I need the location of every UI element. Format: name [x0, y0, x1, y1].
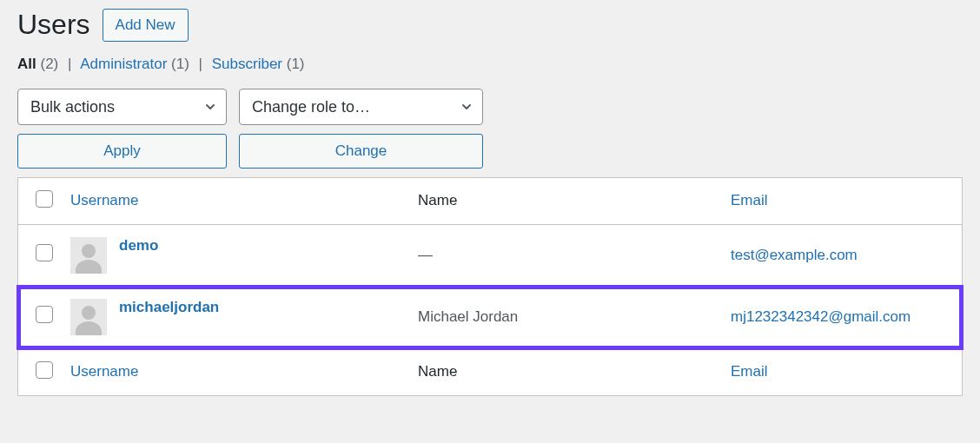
row-checkbox[interactable]	[36, 244, 53, 261]
email-link[interactable]: test@example.com	[731, 247, 858, 263]
separator: |	[68, 56, 71, 72]
filter-subscriber-count: (1)	[287, 56, 305, 72]
change-button[interactable]: Change	[239, 134, 483, 169]
table-row: michaeljordanMichael Jordanmj1232342342@…	[18, 287, 962, 348]
filter-subscriber[interactable]: Subscriber (1)	[212, 56, 305, 72]
filter-all-count: (2)	[40, 56, 58, 72]
email-cell: mj1232342342@gmail.com	[731, 287, 962, 348]
email-cell: test@example.com	[731, 225, 962, 287]
col-header-name: Name	[418, 178, 731, 225]
col-header-username[interactable]: Username	[70, 178, 418, 225]
col-header-email[interactable]: Email	[731, 178, 962, 225]
username-cell: demo	[70, 225, 418, 287]
filter-administrator-count: (1)	[171, 56, 189, 72]
email-link[interactable]: mj1232342342@gmail.com	[731, 308, 910, 325]
add-new-button[interactable]: Add New	[103, 9, 189, 42]
users-table: Username Name Email demo—test@example.co…	[17, 177, 963, 396]
row-checkbox[interactable]	[36, 306, 53, 323]
filter-administrator[interactable]: Administrator (1)	[80, 56, 193, 72]
avatar	[70, 299, 107, 335]
name-cell: Michael Jordan	[418, 287, 731, 348]
bulk-actions-select[interactable]: Bulk actions	[17, 89, 227, 125]
select-all-checkbox-bottom[interactable]	[36, 361, 53, 379]
select-all-checkbox-top[interactable]	[36, 190, 53, 208]
username-cell: michaeljordan	[70, 287, 418, 348]
username-link[interactable]: michaeljordan	[119, 299, 219, 316]
filter-subscriber-label: Subscriber	[212, 56, 282, 72]
filter-all[interactable]: All (2)	[17, 56, 63, 72]
separator: |	[199, 56, 202, 72]
apply-button[interactable]: Apply	[17, 134, 227, 169]
col-footer-username[interactable]: Username	[70, 348, 418, 395]
name-cell: —	[418, 225, 731, 287]
col-footer-email[interactable]: Email	[731, 348, 962, 395]
filter-administrator-label: Administrator	[80, 56, 167, 72]
filter-all-label: All	[17, 56, 36, 72]
username-link[interactable]: demo	[119, 237, 158, 255]
col-footer-name: Name	[418, 348, 731, 395]
avatar	[70, 237, 107, 274]
table-row: demo—test@example.com	[18, 225, 962, 287]
change-role-select[interactable]: Change role to…	[239, 89, 483, 125]
page-title: Users	[17, 9, 90, 41]
filter-links: All (2) | Administrator (1) | Subscriber…	[17, 56, 963, 73]
